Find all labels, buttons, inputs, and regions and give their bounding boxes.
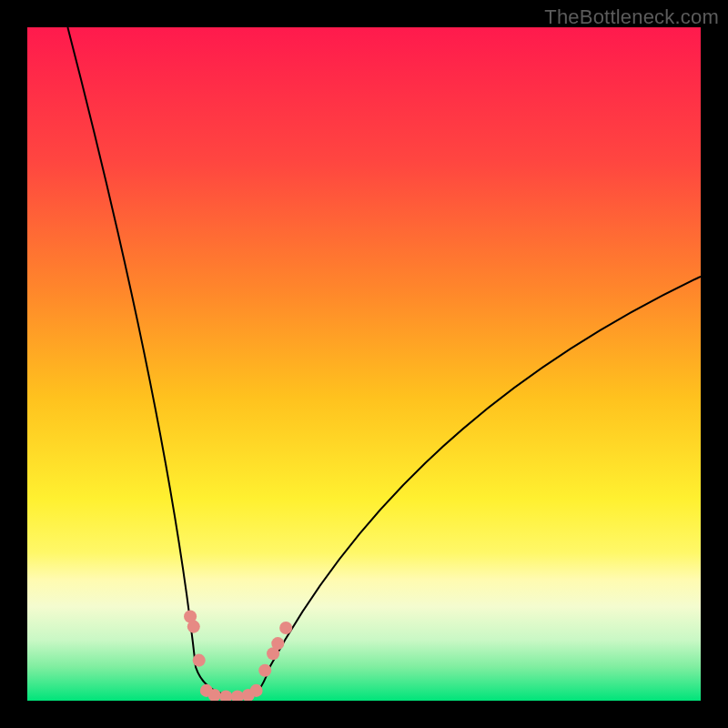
chart-frame: TheBottleneck.com [0, 0, 728, 728]
data-marker [258, 664, 271, 677]
data-marker [187, 621, 200, 633]
chart-svg [27, 27, 701, 701]
gradient-background [27, 27, 701, 701]
data-marker [250, 684, 263, 697]
data-marker [279, 622, 292, 634]
plot-area [27, 27, 701, 701]
watermark-text: TheBottleneck.com [544, 5, 719, 29]
data-marker [271, 637, 284, 650]
data-marker [193, 654, 206, 667]
